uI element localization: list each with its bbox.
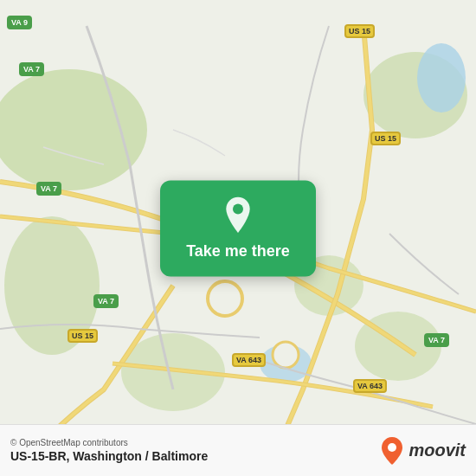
svg-point-6 xyxy=(417,43,466,113)
svg-point-9 xyxy=(273,342,299,368)
svg-point-10 xyxy=(233,204,243,215)
location-card[interactable]: Take me there xyxy=(160,180,316,276)
route-badge-va7-2: VA 7 xyxy=(36,182,61,196)
moovit-logo: moovit xyxy=(379,435,466,466)
map-container: VA 9 VA 7 VA 7 VA 7 VA 7 US 15 US 15 US … xyxy=(0,0,476,476)
osm-attribution: © OpenStreetMap contributors xyxy=(10,438,208,447)
footer-left: © OpenStreetMap contributors US-15-BR, W… xyxy=(10,438,208,463)
route-badge-us15-2: US 15 xyxy=(370,132,401,145)
map-pin-icon xyxy=(217,194,259,235)
route-badge-va643-2: VA 643 xyxy=(353,379,387,393)
route-badge-va7-3: VA 7 xyxy=(93,294,119,308)
route-badge-va643-1: VA 643 xyxy=(232,353,266,367)
svg-point-8 xyxy=(208,281,242,316)
route-badge-us15-4: US 15 xyxy=(68,329,98,343)
map-footer: © OpenStreetMap contributors US-15-BR, W… xyxy=(0,424,476,476)
route-badge-va9: VA 9 xyxy=(7,16,32,29)
svg-point-0 xyxy=(0,69,147,190)
route-badge-va7-1: VA 7 xyxy=(19,62,44,76)
location-label: US-15-BR, Washington / Baltimore xyxy=(10,449,208,463)
route-badge-va7-4: VA 7 xyxy=(424,333,449,347)
route-badge-us15-1: US 15 xyxy=(344,24,375,38)
svg-point-11 xyxy=(388,443,396,452)
moovit-pin-icon xyxy=(379,435,405,466)
moovit-brand-text: moovit xyxy=(408,441,466,460)
take-me-there-button[interactable]: Take me there xyxy=(186,242,290,261)
